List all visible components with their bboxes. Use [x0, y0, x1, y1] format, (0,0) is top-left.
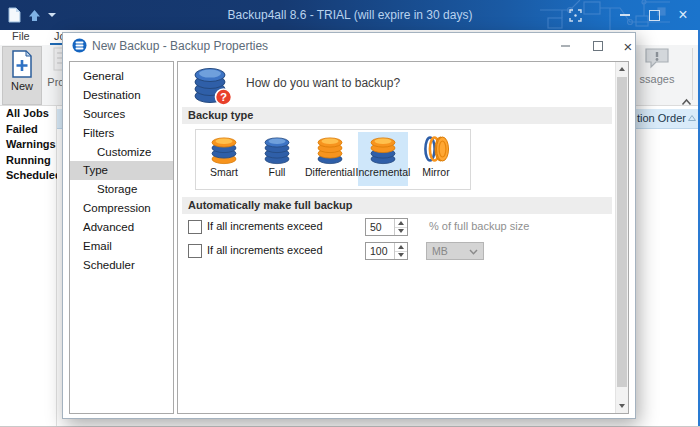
nav-filters[interactable]: Filters: [70, 124, 173, 143]
ribbon-separator: [692, 48, 693, 100]
increments-size-checkbox[interactable]: [188, 244, 202, 258]
nav-customize[interactable]: Customize: [70, 143, 173, 162]
minimize-icon[interactable]: [612, 0, 638, 30]
titlebar: Backup4all 8.6 - TRIAL (will expire in 3…: [0, 0, 700, 30]
nav-sources[interactable]: Sources: [70, 105, 173, 124]
svg-text:?: ?: [220, 91, 227, 103]
full-backup-icon: [263, 134, 291, 165]
spin-down-icon[interactable]: [395, 227, 407, 235]
incremental-backup-icon: [369, 134, 397, 165]
maximize-icon[interactable]: [641, 0, 667, 30]
type-label: Differential: [305, 166, 355, 178]
size-value: 100: [370, 245, 388, 257]
mirror-backup-icon: [422, 134, 450, 165]
backup-properties-dialog: New Backup - Backup Properties × General…: [62, 32, 636, 419]
increments-percent-label: If all increments exceed: [207, 220, 323, 232]
qat-dropdown-caret-icon[interactable]: [48, 13, 56, 17]
nav-advanced[interactable]: Advanced: [70, 218, 173, 237]
scroll-up-icon[interactable]: [616, 62, 628, 76]
fullscreen-icon[interactable]: [562, 0, 588, 30]
sidebar-item-scheduled[interactable]: Scheduled: [0, 168, 56, 184]
column-header-label: tion Order: [637, 112, 686, 124]
smart-backup-icon: [210, 134, 238, 165]
type-differential[interactable]: Differential: [305, 132, 355, 186]
sidebar-item-all-jobs[interactable]: All Jobs: [0, 106, 56, 122]
dialog-titlebar: New Backup - Backup Properties ×: [63, 33, 635, 59]
size-unit-value: MB: [432, 245, 448, 257]
nav-email[interactable]: Email: [70, 237, 173, 256]
differential-backup-icon: [316, 134, 344, 165]
type-full[interactable]: Full: [252, 132, 302, 186]
type-mirror[interactable]: Mirror: [411, 132, 461, 186]
scrollbar-thumb[interactable]: [617, 77, 627, 387]
size-spinbox[interactable]: 100: [365, 242, 408, 260]
type-label: Mirror: [422, 166, 449, 178]
type-incremental-selected[interactable]: Incremental: [358, 132, 408, 186]
chevron-down-icon: [469, 249, 478, 255]
sidebar-item-running[interactable]: Running: [0, 153, 56, 169]
close-icon[interactable]: ×: [670, 0, 696, 30]
type-label: Smart: [210, 166, 238, 178]
scroll-down-icon[interactable]: [616, 399, 628, 413]
section-backup-type: Backup type: [182, 107, 612, 124]
dialog-content: ? How do you want to backup? Backup type…: [177, 61, 629, 414]
spin-down-icon[interactable]: [395, 251, 407, 259]
jobs-sidebar: All Jobs Failed Warnings Running Schedul…: [0, 106, 57, 427]
type-label: Incremental: [356, 166, 411, 178]
dialog-nav: General Destination Sources Filters Cust…: [69, 61, 174, 414]
messages-icon: [644, 47, 670, 69]
new-button-label: New: [11, 80, 33, 92]
new-backup-button[interactable]: New: [2, 46, 42, 105]
nav-storage[interactable]: Storage: [70, 180, 173, 199]
section-auto-full-backup: Automatically make full backup: [182, 197, 612, 214]
sidebar-item-failed[interactable]: Failed: [0, 122, 56, 138]
sidebar-item-warnings[interactable]: Warnings: [0, 137, 56, 153]
dialog-close-icon[interactable]: ×: [614, 33, 642, 59]
increments-percent-checkbox[interactable]: [188, 220, 202, 234]
percent-value: 50: [370, 221, 382, 233]
backup4all-logo-icon: [72, 38, 87, 53]
nav-general[interactable]: General: [70, 67, 173, 86]
increments-size-label: If all increments exceed: [207, 244, 323, 256]
percent-spinbox[interactable]: 50: [365, 218, 408, 236]
dialog-title: New Backup - Backup Properties: [92, 33, 268, 59]
backup-question-icon: ?: [192, 65, 234, 107]
type-label: Full: [269, 166, 286, 178]
quick-access-toolbar: [8, 0, 56, 30]
new-document-icon[interactable]: [8, 7, 21, 23]
dialog-minimize-icon[interactable]: [551, 33, 579, 59]
tab-file[interactable]: File: [12, 30, 30, 42]
up-arrow-icon[interactable]: [28, 9, 41, 22]
nav-type[interactable]: Type: [70, 161, 173, 180]
dialog-maximize-icon[interactable]: [584, 33, 612, 59]
messages-button-label: ssages: [640, 73, 675, 85]
content-scrollbar[interactable]: [615, 62, 628, 413]
percent-suffix-label: % of full backup size: [429, 220, 529, 232]
nav-compression[interactable]: Compression: [70, 199, 173, 218]
nav-scheduler[interactable]: Scheduler: [70, 256, 173, 275]
backup-type-group: Smart Full: [195, 129, 471, 190]
question-text: How do you want to backup?: [246, 76, 400, 90]
sort-icon: [688, 115, 696, 121]
nav-destination[interactable]: Destination: [70, 86, 173, 105]
type-smart[interactable]: Smart: [199, 132, 249, 186]
new-page-icon: [10, 50, 34, 78]
size-unit-dropdown[interactable]: MB: [426, 242, 484, 260]
app-window: Backup4all 8.6 - TRIAL (will expire in 3…: [0, 0, 700, 427]
